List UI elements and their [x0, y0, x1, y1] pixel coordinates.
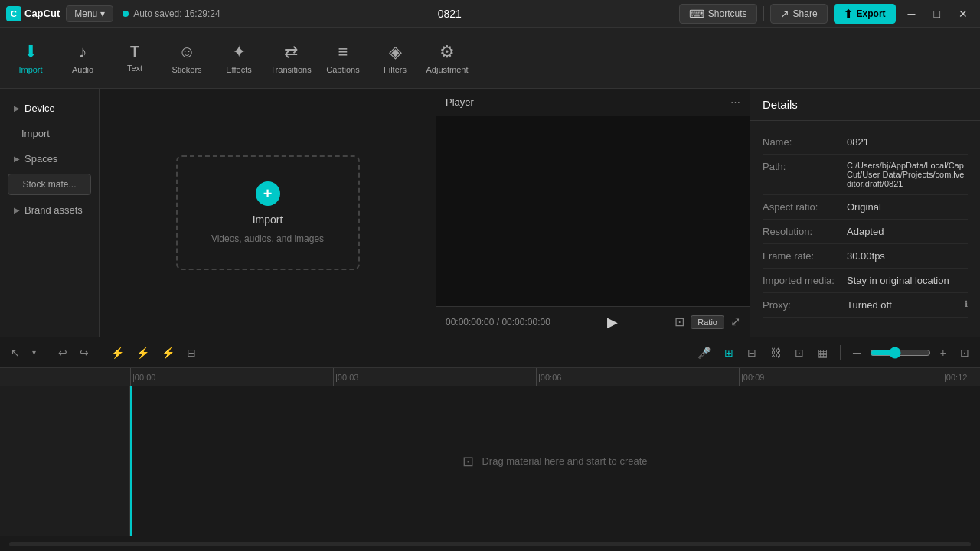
magnet-button[interactable]: ⊞	[720, 344, 738, 362]
detail-row-imported-media: Imported media: Stay in original locatio…	[763, 269, 968, 293]
effects-icon: ✦	[232, 42, 246, 62]
toolbar-item-text[interactable]: T Text	[110, 34, 159, 83]
toolbar-item-audio[interactable]: ♪ Audio	[58, 34, 107, 83]
details-panel: Details Name: 0821 Path: C:/Users/bj/App…	[750, 89, 980, 337]
player-panel: Player ⋯ 00:00:00:00 / 00:00:00:00 ▶ ⊡ R…	[436, 89, 750, 337]
detail-row-name: Name: 0821	[763, 130, 968, 155]
bottom-bar	[0, 536, 980, 551]
detail-row-proxy: Proxy: Turned off ℹ	[763, 293, 968, 318]
link-button[interactable]: ⛓	[766, 344, 786, 362]
toolbar-item-import[interactable]: ⬇ Import	[6, 34, 55, 83]
split-button-1[interactable]: ⚡	[106, 344, 129, 362]
sidebar: ▶ Device Import ▶ Spaces Stock mate... ▶…	[0, 89, 100, 337]
toolbar-item-effects[interactable]: ✦ Effects	[214, 34, 263, 83]
play-button[interactable]: ▶	[607, 314, 618, 331]
select-tool-button[interactable]: ↖	[6, 344, 24, 362]
zoom-out-icon[interactable]: ─	[848, 344, 865, 362]
stickers-label: Stickers	[172, 65, 201, 74]
details-body: Name: 0821 Path: C:/Users/bj/AppData/Loc…	[750, 121, 980, 327]
toolbar-item-captions[interactable]: ≡ Captions	[318, 34, 368, 83]
main-toolbar: ⬇ Import ♪ Audio T Text ☺ Stickers ✦ Eff…	[0, 28, 980, 89]
sidebar-device-label: Device	[24, 103, 55, 114]
transitions-label: Transitions	[270, 65, 311, 74]
sidebar-stock-button[interactable]: Stock mate...	[8, 174, 91, 195]
ctrl-button[interactable]: ⊡	[790, 344, 808, 362]
sidebar-item-import[interactable]: Import	[5, 122, 94, 145]
detail-label-framerate: Frame rate:	[763, 250, 847, 262]
detail-value-resolution: Adapted	[847, 226, 968, 237]
autosave-dot	[122, 11, 129, 17]
menu-button[interactable]: Menu ▾	[66, 5, 113, 22]
playhead[interactable]	[130, 386, 132, 536]
detail-label-imported-media: Imported media:	[763, 275, 847, 286]
effects-label: Effects	[226, 65, 251, 74]
proxy-info-icon[interactable]: ℹ	[965, 299, 968, 311]
filters-icon: ◈	[389, 42, 402, 62]
sidebar-item-device[interactable]: ▶ Device	[5, 96, 94, 120]
detail-label-proxy: Proxy:	[763, 299, 847, 311]
fit-button[interactable]: ⊡	[956, 344, 974, 362]
player-time: 00:00:00:00 / 00:00:00:00	[446, 317, 550, 328]
audio-label: Audio	[72, 65, 93, 74]
detail-row-framerate: Frame rate: 30.00fps	[763, 244, 968, 269]
import-plus-icon: +	[256, 181, 280, 206]
select-dropdown-button[interactable]: ▾	[28, 345, 41, 360]
player-menu-icon[interactable]: ⋯	[730, 96, 740, 108]
adjustment-label: Adjustment	[426, 65, 468, 74]
split-button-2[interactable]: ⚡	[132, 344, 154, 362]
drag-icon: ⊡	[462, 453, 474, 470]
delete-button[interactable]: ⊟	[182, 344, 201, 362]
detail-row-path: Path: C:/Users/bj/AppData/Local/CapCut/U…	[763, 155, 968, 195]
import-box[interactable]: + Import Videos, audios, and images	[176, 155, 360, 270]
shortcuts-button[interactable]: ⌨ Shortcuts	[679, 4, 757, 24]
timeline-scrollbar[interactable]	[9, 542, 971, 546]
ratio-button[interactable]: Ratio	[691, 315, 724, 329]
brand-arrow-icon: ▶	[14, 206, 20, 214]
layout-button[interactable]: ▦	[813, 344, 832, 362]
detail-label-resolution: Resolution:	[763, 226, 847, 237]
screenshot-icon[interactable]: ⊡	[675, 315, 684, 329]
timeline-toolbar-right: 🎤 ⊞ ⊟ ⛓ ⊡ ▦ ─ + ⊡	[693, 344, 974, 362]
minimize-button[interactable]: ─	[902, 5, 922, 23]
toolbar-separator-1	[47, 345, 47, 360]
toolbar-item-adjustment[interactable]: ⚙ Adjustment	[423, 34, 472, 83]
detail-value-aspect: Original	[847, 201, 968, 213]
grid-button[interactable]: ⊟	[743, 344, 761, 362]
ruler-mark-0: |00:00	[130, 368, 155, 386]
filters-label: Filters	[384, 65, 407, 74]
import-drop-area[interactable]: + Import Videos, audios, and images	[100, 89, 436, 337]
toolbar-item-filters[interactable]: ◈ Filters	[371, 34, 420, 83]
share-button[interactable]: ↗ Share	[770, 4, 828, 24]
adjustment-icon: ⚙	[439, 42, 455, 62]
spaces-arrow-icon: ▶	[14, 155, 20, 163]
sidebar-item-brand[interactable]: ▶ Brand assets	[5, 198, 94, 222]
details-title: Details	[750, 89, 980, 121]
player-controls: 00:00:00:00 / 00:00:00:00 ▶ ⊡ Ratio ⤢	[436, 306, 750, 337]
toolbar-item-stickers[interactable]: ☺ Stickers	[162, 34, 211, 83]
undo-button[interactable]: ↩	[54, 344, 72, 362]
import-subtitle: Videos, audios, and images	[211, 233, 324, 244]
zoom-in-icon[interactable]: +	[936, 344, 951, 362]
maximize-button[interactable]: □	[928, 5, 946, 23]
text-label: Text	[127, 64, 142, 73]
player-title: Player	[446, 96, 474, 108]
fullscreen-icon[interactable]: ⤢	[730, 315, 740, 329]
detail-value-imported-media: Stay in original location	[847, 275, 968, 286]
import-icon: ⬇	[24, 42, 38, 62]
export-button[interactable]: ⬆ Export	[834, 4, 896, 24]
split-button-3[interactable]: ⚡	[157, 344, 179, 362]
detail-value-name: 0821	[847, 136, 968, 148]
sidebar-item-spaces[interactable]: ▶ Spaces	[5, 147, 94, 171]
timeline-tracks[interactable]: ⊡ Drag material here and start to create	[130, 386, 980, 536]
detail-value-path: C:/Users/bj/AppData/Local/CapCut/User Da…	[847, 161, 968, 188]
toolbar-separator-2	[100, 345, 100, 360]
mic-button[interactable]: 🎤	[693, 344, 715, 362]
drag-hint-text: Drag material here and start to create	[482, 455, 647, 467]
close-button[interactable]: ✕	[952, 5, 974, 23]
zoom-slider[interactable]	[870, 347, 931, 359]
import-label: Import	[18, 65, 42, 74]
redo-button[interactable]: ↪	[75, 344, 93, 362]
toolbar-item-transitions[interactable]: ⇄ Transitions	[266, 34, 315, 83]
left-panel: ▶ Device Import ▶ Spaces Stock mate... ▶…	[0, 89, 436, 337]
toolbar-separator-3	[840, 345, 841, 360]
